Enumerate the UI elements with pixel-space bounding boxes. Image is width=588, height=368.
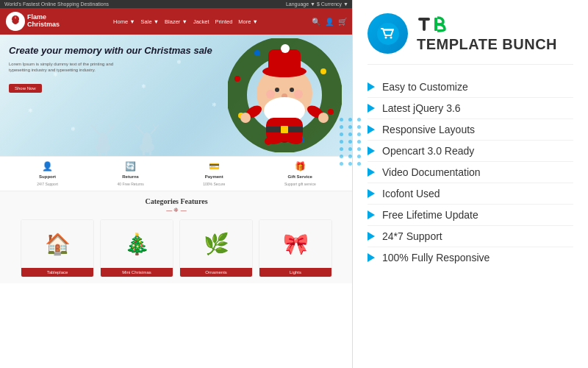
dot [348,132,352,136]
hero-section: ❄ ❄ ❄ ❄ ❄ ❄ ❄ ❄ Create your memory with … [0,35,353,156]
payment-label: Payment [205,174,223,179]
play-icon-2 [368,125,375,134]
hero-button[interactable]: Show Now [9,84,42,93]
website-preview: World's Fastest Online Shopping Destinat… [0,0,353,368]
returns-sub: 40 Free Returns [118,182,144,186]
feature-text-0: Easy to Customize [382,81,468,93]
features-list: Easy to Customize Latest jQuery 3.6 Resp… [368,77,573,355]
svg-point-55 [384,36,387,38]
deer-left [88,119,118,156]
dot [348,118,352,121]
navbar: Flame Christmas Home ▼ Sale ▼ Blazer ▼ J… [0,8,353,35]
svg-point-21 [270,99,284,107]
gift-sub: Support gift service [284,182,316,186]
feature-text-6: Free Lifetime Update [382,209,478,221]
svg-rect-45 [149,149,151,155]
dot [357,118,361,121]
feature-row-0: Easy to Customize [368,77,573,98]
ornaments-image: 🌿 [180,220,252,268]
gift-label: Gift Service [288,174,312,179]
svg-line-41 [109,124,112,128]
brand-name-area: TEMPLATE BUNCH [417,14,557,53]
svg-rect-31 [281,126,288,133]
feature-support: 👤 Support 24/7 Support [37,161,58,186]
feature-text-7: 24*7 Support [382,230,442,242]
feature-row-7: 24*7 Support [368,226,573,247]
tableplace-btn[interactable]: Tableplace [21,268,93,277]
dot [357,147,361,151]
svg-point-47 [143,132,151,140]
tb-logo-svg [417,14,461,35]
topbar-right: Language ▼ $ Currency ▼ [286,1,348,7]
svg-line-48 [138,128,143,134]
category-mini-christmas[interactable]: 🎄 Mini Christmas [100,219,173,277]
feature-payment: 💳 Payment 100% Secure [203,161,225,186]
lights-image: 🎀 [259,220,331,268]
lights-btn[interactable]: Lights [259,268,331,277]
feature-gift: 🎁 Gift Service Support gift service [284,161,316,186]
category-lights[interactable]: 🎀 Lights [259,219,332,277]
dot [340,132,343,136]
svg-line-50 [138,124,141,128]
search-icon[interactable]: 🔍 [312,18,320,26]
brand-header: TEMPLATE BUNCH [368,13,573,65]
category-tableplace[interactable]: 🏠 Tableplace [21,219,94,277]
dot [348,162,352,166]
topbar-left: World's Fastest Online Shopping Destinat… [4,1,109,7]
svg-rect-59 [434,18,437,31]
svg-line-53 [156,124,159,128]
logo-circle [6,12,25,31]
svg-line-52 [153,124,156,128]
svg-line-49 [135,125,138,128]
play-icon-0 [368,82,375,91]
brand-name-text: TEMPLATE BUNCH [417,36,557,53]
dot [340,162,343,166]
feature-row-3: Opencart 3.0 Ready [368,141,573,162]
returns-label: Returns [122,174,139,179]
svg-rect-15 [268,49,301,75]
nav-printed[interactable]: Printed [215,18,233,25]
svg-line-38 [91,125,94,128]
feature-text-4: Video Documentation [382,166,481,178]
nav-sale[interactable]: Sale ▼ [141,18,159,25]
hero-image [228,38,345,152]
feature-row-5: Icofont Used [368,183,573,205]
svg-line-42 [112,124,115,128]
category-ornaments[interactable]: 🌿 Ornaments [179,219,253,277]
cart-icon[interactable]: 🛒 [338,18,347,26]
svg-line-39 [94,124,97,128]
categories-title: Categories Features [7,197,345,205]
svg-line-51 [151,128,156,134]
svg-point-23 [266,90,275,99]
svg-point-3 [320,68,326,74]
nav-jacket[interactable]: Jacket [193,18,209,25]
svg-point-24 [294,90,303,99]
feature-row-1: Latest jQuery 3.6 [368,98,573,119]
dot [340,118,343,121]
nav-more[interactable]: More ▼ [238,18,258,25]
play-icon-7 [368,232,375,241]
ornaments-btn[interactable]: Ornaments [180,268,252,277]
dot [357,155,361,158]
nav-links[interactable]: Home ▼ Sale ▼ Blazer ▼ Jacket Printed Mo… [113,18,258,25]
feature-text-2: Responsive Layouts [382,124,475,135]
deer-area [88,119,235,156]
svg-line-37 [94,128,99,134]
feature-returns: 🔄 Returns 40 Free Returns [118,161,144,186]
nav-blazer[interactable]: Blazer ▼ [165,18,187,25]
svg-rect-33 [98,149,101,155]
feature-row-8: 100% Fully Responsive [368,247,573,268]
svg-point-9 [254,50,260,56]
feature-text-8: 100% Fully Responsive [382,252,490,263]
logo-text: Flame Christmas [27,14,60,29]
nav-home[interactable]: Home ▼ [113,18,135,25]
brand-cart-icon [368,13,408,54]
mini-christmas-btn[interactable]: Mini Christmas [101,268,173,277]
svg-rect-44 [143,149,145,155]
play-icon-8 [368,253,375,262]
payment-sub: 100% Secure [203,182,225,186]
user-icon[interactable]: 👤 [325,18,334,26]
svg-point-28 [318,113,329,123]
dot [357,140,361,144]
dot [357,162,361,166]
